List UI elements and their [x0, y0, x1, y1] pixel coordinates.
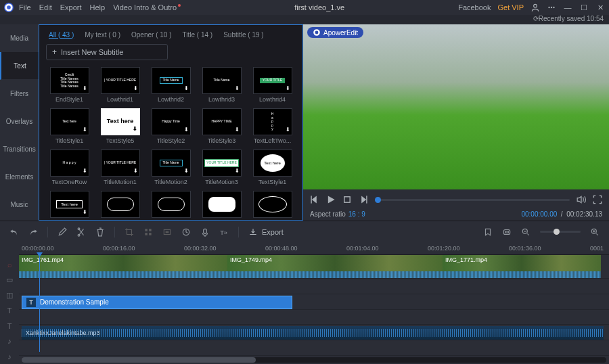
preset-label: TitleStyle3: [208, 137, 236, 144]
aspect-ratio[interactable]: 16 : 9: [348, 210, 365, 218]
zoom-out-button[interactable]: [521, 227, 531, 237]
menu-icon[interactable]: [547, 3, 556, 12]
sidetab-media[interactable]: Media: [0, 24, 39, 52]
duration-tool[interactable]: [181, 227, 191, 237]
preset-item[interactable]: YOUR TITLE HERE⬇TitleMotion3: [200, 150, 244, 185]
playhead[interactable]: [39, 257, 40, 352]
preset-item[interactable]: Text here⬇Text here: [47, 191, 91, 220]
minimize-button[interactable]: —: [563, 3, 572, 12]
mosaic-tool[interactable]: [143, 227, 153, 237]
delete-tool[interactable]: [95, 227, 105, 237]
pip-track[interactable]: [19, 279, 609, 294]
preset-item[interactable]: Happy⬇TextLeftTwo...: [250, 108, 294, 144]
edit-tool[interactable]: [58, 227, 67, 237]
tracks-area[interactable]: 00:00:00.0000:00:16.0000:00:32.0000:00:4…: [19, 242, 609, 364]
text-track-2[interactable]: [19, 310, 609, 325]
audio-track-icon[interactable]: ♪: [0, 334, 19, 349]
audio-track[interactable]: XanktixxJanelakintabe.mp3: [19, 325, 609, 340]
video-clip[interactable]: IMG_1749.mp4: [227, 255, 443, 278]
video-track-icon[interactable]: ▭: [0, 273, 19, 288]
preset-item[interactable]: [98, 191, 142, 220]
maximize-button[interactable]: ☐: [579, 3, 589, 12]
text-speech-tool[interactable]: T»: [219, 227, 229, 237]
preset-item[interactable]: Happy Time⬇TitleStyle2: [149, 108, 193, 144]
preset-grid: CreditTitle NamesTitle NamesTitle Names⬇…: [39, 63, 302, 220]
preset-tab-opener[interactable]: Opener ( 10 ): [131, 31, 171, 39]
split-tool[interactable]: [76, 227, 86, 237]
audio2-track-icon[interactable]: ♪: [0, 348, 19, 364]
preview-scrubber[interactable]: [375, 199, 570, 201]
zoom-slider[interactable]: [540, 231, 581, 233]
freeze-tool[interactable]: [162, 227, 172, 237]
sidetab-filters[interactable]: Filters: [0, 80, 39, 108]
text-track-icon[interactable]: T: [0, 303, 19, 319]
marker-tool[interactable]: [483, 227, 493, 237]
pip-track-icon[interactable]: ◫: [0, 288, 19, 303]
voiceover-tool[interactable]: [200, 227, 210, 237]
preset-item[interactable]: Text here⬇TextStyle5: [98, 108, 142, 144]
preset-item[interactable]: [200, 191, 244, 220]
text-track[interactable]: T Demonstration Sample: [19, 294, 609, 310]
menu-file[interactable]: File: [19, 3, 31, 12]
sidetab-music[interactable]: Music: [0, 191, 39, 219]
preset-item[interactable]: Text here⬇TitleStyle1: [47, 108, 91, 144]
preset-item[interactable]: Text hereTextStyle1: [250, 150, 294, 185]
close-button[interactable]: ✕: [595, 3, 605, 12]
undo-button[interactable]: [9, 227, 19, 237]
preset-item[interactable]: HAPPY TIME⬇TitleStyle3: [200, 108, 244, 144]
text2-track-icon[interactable]: T: [0, 318, 19, 334]
audio-track-2[interactable]: [19, 340, 609, 356]
sidetab-text[interactable]: Text: [0, 52, 39, 80]
redo-button[interactable]: [28, 227, 38, 237]
get-vip-link[interactable]: Get VIP: [497, 3, 524, 12]
svg-rect-20: [204, 229, 207, 233]
video-track[interactable]: IMG_1761.mp4IMG_1749.mp4IMG_1771.mp4: [19, 255, 609, 279]
preset-item[interactable]: [149, 191, 193, 220]
menu-export[interactable]: Export: [60, 3, 82, 12]
preset-tab-all[interactable]: All ( 43 ): [49, 31, 74, 39]
menu-help[interactable]: Help: [90, 3, 106, 12]
fit-tool[interactable]: [502, 227, 512, 237]
mute-button[interactable]: [577, 195, 586, 204]
preset-tab-subtitle[interactable]: Subtitle ( 19 ): [223, 31, 263, 39]
preset-label: Lowthrid2: [158, 96, 184, 103]
stop-button[interactable]: [342, 195, 352, 204]
fullscreen-button[interactable]: [593, 195, 602, 204]
preset-item[interactable]: | YOUR TITLE HERE⬇Lowthrid1: [98, 67, 142, 103]
preset-item[interactable]: Title Name⬇Lowthrid3: [200, 67, 244, 103]
next-frame-button[interactable]: [359, 195, 368, 204]
audio-clip[interactable]: XanktixxJanelakintabe.mp3: [22, 326, 604, 340]
preset-item[interactable]: Title Name⬇Lowthrid2: [149, 67, 193, 103]
preview-info: Aspect ratio 16 : 9 00:00:00.00 / 00:02:…: [303, 207, 609, 221]
zoom-in-button[interactable]: [590, 227, 600, 237]
preset-item[interactable]: [250, 191, 294, 220]
facebook-link[interactable]: Facebook: [458, 3, 491, 12]
user-icon[interactable]: [531, 3, 540, 12]
prev-frame-button[interactable]: [310, 195, 319, 204]
menu-edit[interactable]: Edit: [39, 3, 52, 12]
preset-item[interactable]: | YOUR TITLE HERE⬇TitleMotion1: [98, 150, 142, 185]
sidetab-overlays[interactable]: Overlays: [0, 108, 39, 135]
video-clip[interactable]: IMG_1761.mp4: [19, 255, 227, 278]
text-clip[interactable]: T Demonstration Sample: [22, 296, 292, 309]
preset-item[interactable]: Title Name⬇TitleMotion2: [149, 150, 193, 185]
preset-item[interactable]: H a p p y⬇TextOneRow: [47, 150, 91, 185]
horizontal-scrollbar[interactable]: [19, 356, 609, 364]
crop-tool[interactable]: [125, 227, 134, 237]
video-clip[interactable]: IMG_1771.mp4: [443, 255, 601, 278]
sidetab-elements[interactable]: Elements: [0, 163, 39, 191]
insert-subtitle-button[interactable]: + Insert New Subtitle: [46, 44, 168, 60]
export-button[interactable]: Export: [248, 227, 284, 237]
preset-item[interactable]: CreditTitle NamesTitle NamesTitle Names⬇…: [47, 67, 91, 103]
sidetab-transitions[interactable]: Transitions: [0, 135, 39, 163]
preset-label: TextStyle5: [106, 137, 135, 144]
preset-tab-title[interactable]: Title ( 14 ): [183, 31, 213, 39]
preset-item[interactable]: YOUR TITLE⬇Lowthrid4: [250, 67, 294, 103]
preset-tab-my-text[interactable]: My text ( 0 ): [85, 31, 120, 39]
search-track-icon[interactable]: ⌕: [0, 257, 19, 273]
play-button[interactable]: [326, 195, 336, 204]
time-ruler[interactable]: 00:00:00.0000:00:16.0000:00:32.0000:00:4…: [19, 242, 609, 255]
svg-rect-23: [505, 231, 509, 232]
menu-intro-outro[interactable]: Video Intro & Outro: [113, 3, 181, 12]
preview-video[interactable]: ApowerEdit: [303, 24, 609, 189]
